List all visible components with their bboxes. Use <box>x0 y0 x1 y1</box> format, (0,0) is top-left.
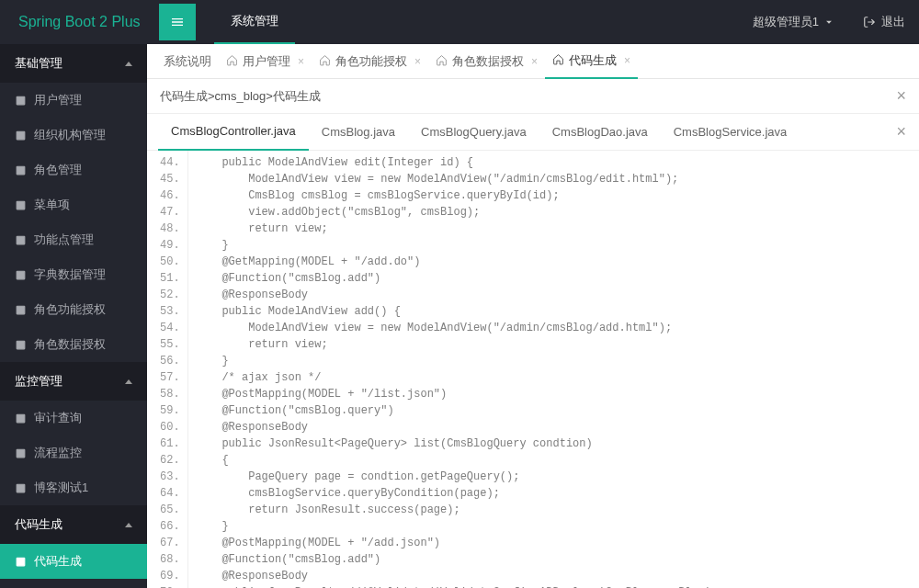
svg-rect-0 <box>17 96 25 105</box>
home-icon <box>552 53 564 68</box>
file-tab[interactable]: CmsBlogController.java <box>158 114 309 151</box>
line-number: 52. <box>160 287 180 303</box>
code-line: @Function("cmsBlog.query") <box>196 402 712 419</box>
code-line: return view; <box>196 336 712 353</box>
top-tab[interactable]: 角色数据授权× <box>428 44 545 79</box>
file-tab-label: CmsBlogQuery.java <box>421 125 527 139</box>
file-tabs-close-icon[interactable]: × <box>896 122 906 141</box>
code-line: @PostMapping(MODEL + "/add.json") <box>196 535 712 551</box>
sidebar-item[interactable]: 菜单项 <box>0 187 147 222</box>
sidebar-item[interactable]: 角色功能授权 <box>0 292 147 327</box>
logout-button[interactable]: 退出 <box>849 14 919 30</box>
code-line: public ModelAndView edit(Integer id) { <box>196 154 712 171</box>
code-line: { <box>196 452 712 469</box>
user-menu[interactable]: 超级管理员1 <box>739 14 849 30</box>
line-number: 44. <box>160 154 180 171</box>
line-number: 58. <box>160 386 180 402</box>
chevron-up-icon <box>125 523 132 527</box>
top-tabs: 系统说明用户管理×角色功能授权×角色数据授权×代码生成× <box>147 44 919 79</box>
logout-icon <box>863 16 876 28</box>
code-line: } <box>196 353 712 369</box>
sidebar-item-label: 角色管理 <box>34 162 82 178</box>
sidebar-item[interactable]: 子系统生成 <box>0 579 147 588</box>
sidebar-item-label: 博客测试1 <box>34 480 88 496</box>
line-number: 65. <box>160 502 180 518</box>
sidebar-group-header[interactable]: 基础管理 <box>0 44 147 83</box>
line-number: 51. <box>160 270 180 287</box>
svg-rect-2 <box>17 166 25 175</box>
close-icon[interactable]: × <box>531 55 538 68</box>
sidebar-item[interactable]: 用户管理 <box>0 83 147 118</box>
breadcrumb-close-icon[interactable]: × <box>896 86 906 106</box>
close-icon[interactable]: × <box>414 55 421 68</box>
sidebar-item-label: 菜单项 <box>34 197 70 213</box>
line-number: 61. <box>160 435 180 452</box>
sidebar-group-header[interactable]: 代码生成 <box>0 505 147 544</box>
svg-rect-4 <box>17 236 25 244</box>
sidebar-item[interactable]: 字典数据管理 <box>0 257 147 292</box>
line-number: 60. <box>160 419 180 435</box>
line-number: 54. <box>160 320 180 336</box>
sidebar-item-label: 用户管理 <box>34 92 82 108</box>
sidebar-item[interactable]: 流程监控 <box>0 435 147 470</box>
sidebar-item-label: 角色数据授权 <box>34 336 106 353</box>
top-tab-label: 代码生成 <box>569 52 617 69</box>
sidebar-item[interactable]: 功能点管理 <box>0 222 147 257</box>
logout-label: 退出 <box>881 14 905 30</box>
sidebar-item-label: 审计查询 <box>34 410 82 426</box>
sidebar-item[interactable]: 角色数据授权 <box>0 327 147 362</box>
home-icon <box>319 54 331 69</box>
file-tab[interactable]: CmsBlogQuery.java <box>408 114 539 151</box>
code-line: ModelAndView view = new ModelAndView("/a… <box>196 171 712 187</box>
line-number: 50. <box>160 254 180 270</box>
svg-rect-11 <box>17 558 25 566</box>
line-number: 53. <box>160 303 180 320</box>
top-tab[interactable]: 代码生成× <box>545 44 638 79</box>
code-line: } <box>196 518 712 535</box>
line-number: 62. <box>160 452 180 469</box>
code-editor[interactable]: 44.45.46.47.48.49.50.51.52.53.54.55.56.5… <box>147 151 919 588</box>
svg-rect-7 <box>17 341 25 349</box>
code-line: PageQuery page = condtion.getPageQuery()… <box>196 469 712 485</box>
code-line: public JsonResult add(@Validated(Validat… <box>196 584 712 588</box>
svg-rect-8 <box>17 414 25 423</box>
top-tab[interactable]: 系统说明 <box>156 44 219 79</box>
home-icon <box>436 54 448 69</box>
code-line: cmsBlogService.queryByCondition(page); <box>196 485 712 502</box>
header-nav-system[interactable]: 系统管理 <box>214 0 295 44</box>
close-icon[interactable]: × <box>624 54 630 67</box>
menu-toggle-button[interactable] <box>159 4 196 40</box>
chevron-down-icon <box>823 16 835 28</box>
file-tab[interactable]: CmsBlogService.java <box>661 114 800 151</box>
file-tabs: CmsBlogController.javaCmsBlog.javaCmsBlo… <box>147 114 919 151</box>
top-tab-label: 角色数据授权 <box>452 53 524 70</box>
line-gutter: 44.45.46.47.48.49.50.51.52.53.54.55.56.5… <box>147 151 188 588</box>
line-number: 47. <box>160 204 180 220</box>
top-tab[interactable]: 角色功能授权× <box>312 44 428 79</box>
sidebar-item-label: 代码生成 <box>34 553 82 570</box>
code-line: } <box>196 237 712 254</box>
sidebar-group-header[interactable]: 监控管理 <box>0 362 147 401</box>
file-tab-label: CmsBlogService.java <box>674 125 788 139</box>
chevron-up-icon <box>125 62 132 66</box>
sidebar-item[interactable]: 角色管理 <box>0 153 147 187</box>
svg-rect-10 <box>17 484 25 492</box>
user-name: 超级管理员1 <box>753 14 819 30</box>
code-line: @ResponseBody <box>196 287 712 303</box>
file-tab-label: CmsBlogDao.java <box>552 125 648 139</box>
code-line: return JsonResult.success(page); <box>196 502 712 518</box>
file-tab[interactable]: CmsBlog.java <box>309 114 408 151</box>
file-tab[interactable]: CmsBlogDao.java <box>539 114 661 151</box>
code-line: public ModelAndView add() { <box>196 303 712 320</box>
sidebar-item[interactable]: 博客测试1 <box>0 470 147 505</box>
home-icon <box>226 54 238 69</box>
sidebar-item[interactable]: 组织机构管理 <box>0 118 147 153</box>
chevron-up-icon <box>125 379 132 384</box>
sidebar-item[interactable]: 代码生成 <box>0 544 147 579</box>
close-icon[interactable]: × <box>298 55 304 68</box>
top-tab[interactable]: 用户管理× <box>219 44 312 79</box>
sidebar-item[interactable]: 审计查询 <box>0 401 147 435</box>
file-tab-label: CmsBlog.java <box>322 125 395 139</box>
svg-rect-6 <box>17 306 25 314</box>
code-line: view.addObject("cmsBlog", cmsBlog); <box>196 204 712 220</box>
